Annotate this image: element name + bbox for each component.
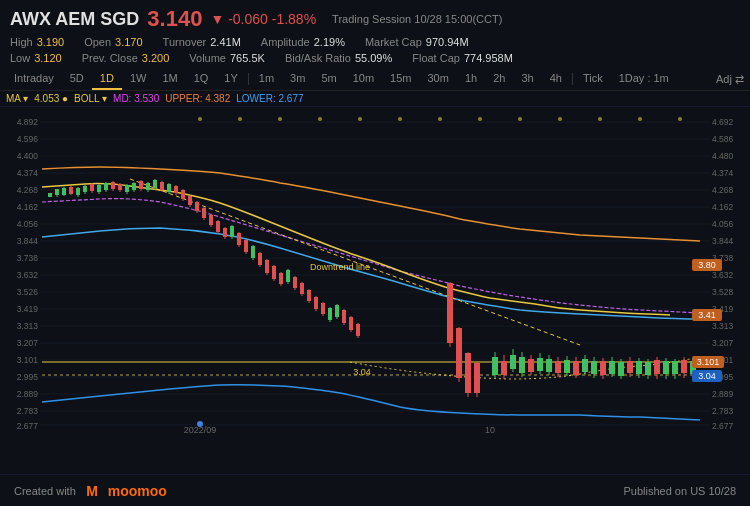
tab-5min[interactable]: 5m [313, 68, 344, 90]
created-with-label: Created with [14, 485, 76, 497]
tab-intraday[interactable]: Intraday [6, 68, 62, 90]
tab-1h[interactable]: 1h [457, 68, 485, 90]
svg-text:4.056: 4.056 [17, 219, 39, 229]
tab-30min[interactable]: 30m [419, 68, 456, 90]
float-cap-value: 774.958M [464, 52, 513, 64]
low-value: 3.120 [34, 52, 62, 64]
footer: Created with M moomoo Published on US 10… [0, 474, 750, 506]
svg-rect-191 [627, 361, 633, 373]
svg-text:4.268: 4.268 [17, 185, 39, 195]
high-label: High [10, 36, 33, 48]
bid-ask-value: 55.09% [355, 52, 392, 64]
tab-1q[interactable]: 1Q [186, 68, 217, 90]
tab-5d[interactable]: 5D [62, 68, 92, 90]
svg-rect-189 [618, 362, 624, 376]
bid-ask-label: Bid/Ask Ratio [285, 52, 351, 64]
svg-rect-143 [328, 308, 332, 320]
svg-rect-95 [160, 182, 164, 190]
svg-rect-79 [104, 183, 108, 190]
stats-row2: Low 3.120 Prev. Close 3.200 Volume 765.5… [10, 50, 740, 66]
svg-rect-153 [447, 283, 453, 343]
svg-rect-193 [636, 361, 642, 374]
prev-close-value: 3.200 [142, 52, 170, 64]
svg-rect-141 [321, 303, 325, 314]
tab-1m[interactable]: 1M [154, 68, 185, 90]
tab-2h[interactable]: 2h [485, 68, 513, 90]
tab-1day-1m[interactable]: 1Day : 1m [611, 68, 677, 90]
svg-text:4.480: 4.480 [712, 151, 734, 161]
moomoo-logo-icon: M [82, 481, 102, 501]
svg-text:4.162: 4.162 [712, 202, 734, 212]
svg-text:2.889: 2.889 [17, 389, 39, 399]
svg-rect-77 [97, 185, 101, 192]
svg-text:4.374: 4.374 [712, 168, 734, 178]
svg-rect-169 [528, 359, 534, 372]
change-pct: -1.88% [272, 11, 316, 27]
svg-text:3.632: 3.632 [17, 270, 39, 280]
open-value: 3.170 [115, 36, 143, 48]
svg-rect-139 [314, 297, 318, 309]
svg-text:M: M [86, 483, 98, 499]
svg-text:Downtrend line: Downtrend line [310, 262, 370, 272]
svg-rect-123 [258, 253, 262, 265]
tab-tick[interactable]: Tick [575, 68, 611, 90]
svg-point-223 [398, 117, 402, 121]
ma-value: 4.053 ● [34, 93, 68, 104]
svg-rect-171 [537, 358, 543, 371]
tab-1d[interactable]: 1D [92, 68, 122, 90]
svg-rect-181 [582, 359, 588, 372]
tab-15min[interactable]: 15m [382, 68, 419, 90]
svg-text:3.207: 3.207 [17, 338, 39, 348]
tab-1min[interactable]: 1m [251, 68, 282, 90]
svg-rect-83 [118, 184, 122, 190]
svg-text:2.677: 2.677 [712, 421, 734, 431]
stats-row: High 3.190 Open 3.170 Turnover 2.41M Amp… [10, 34, 740, 50]
stat-turnover: Turnover 2.41M [163, 36, 241, 48]
stat-float-cap: Float Cap 774.958M [412, 52, 513, 64]
moomoo-logo: Created with M moomoo [14, 481, 167, 501]
svg-text:3.313: 3.313 [17, 321, 39, 331]
svg-rect-151 [356, 324, 360, 336]
svg-rect-197 [654, 360, 660, 374]
svg-rect-125 [265, 260, 269, 273]
tab-10min[interactable]: 10m [345, 68, 382, 90]
svg-text:4.892: 4.892 [17, 117, 39, 127]
svg-rect-165 [510, 355, 516, 369]
tab-1w[interactable]: 1W [122, 68, 155, 90]
svg-rect-89 [139, 181, 143, 189]
svg-point-219 [238, 117, 242, 121]
svg-text:3.844: 3.844 [17, 236, 39, 246]
tabs-row: Intraday 5D 1D 1W 1M 1Q 1Y 1m 3m 5m 10m … [0, 68, 750, 91]
svg-rect-159 [474, 363, 480, 393]
svg-point-230 [678, 117, 682, 121]
svg-rect-179 [573, 361, 579, 375]
svg-rect-147 [342, 310, 346, 323]
svg-point-228 [598, 117, 602, 121]
svg-rect-103 [188, 196, 192, 205]
svg-rect-67 [62, 188, 66, 195]
session-info: Trading Session 10/28 15:00(CCT) [332, 13, 502, 25]
tab-1y[interactable]: 1Y [216, 68, 245, 90]
svg-rect-129 [279, 273, 283, 284]
chart-container: 4.892 4.596 4.400 4.374 4.268 4.162 4.05… [0, 107, 750, 437]
svg-rect-157 [465, 353, 471, 393]
svg-rect-117 [237, 233, 241, 245]
svg-rect-65 [55, 189, 59, 195]
svg-text:4.268: 4.268 [712, 185, 734, 195]
open-label: Open [84, 36, 111, 48]
svg-rect-69 [69, 187, 73, 194]
tab-separator [248, 73, 249, 85]
svg-point-221 [318, 117, 322, 121]
svg-rect-135 [300, 283, 304, 294]
lower-label: LOWER: 2.677 [236, 93, 303, 104]
tab-3min[interactable]: 3m [282, 68, 313, 90]
svg-text:3.101: 3.101 [17, 355, 39, 365]
svg-rect-149 [349, 317, 353, 330]
tab-4h[interactable]: 4h [542, 68, 570, 90]
svg-text:2.889: 2.889 [712, 389, 734, 399]
tab-3h[interactable]: 3h [513, 68, 541, 90]
adj-button[interactable]: Adj ⇄ [716, 73, 744, 86]
svg-rect-177 [564, 360, 570, 373]
svg-text:3.526: 3.526 [17, 287, 39, 297]
svg-text:2.995: 2.995 [17, 372, 39, 382]
